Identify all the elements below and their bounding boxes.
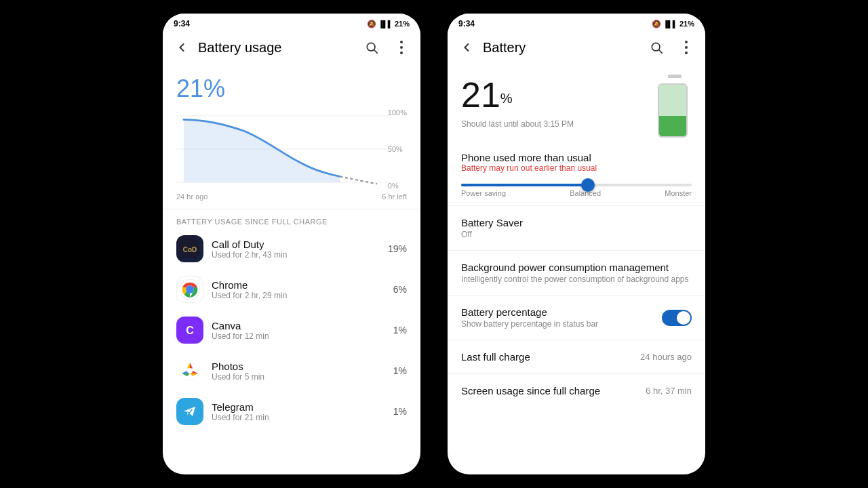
app-item-telegram[interactable]: Telegram Used for 21 min 1% bbox=[163, 391, 420, 432]
time-right: 9:34 bbox=[458, 19, 475, 28]
svg-point-3 bbox=[400, 46, 403, 49]
back-button-right[interactable] bbox=[456, 37, 477, 58]
app-info-telegram: Telegram Used for 21 min bbox=[212, 401, 393, 422]
warning-sub: Battery may run out earlier than usual bbox=[461, 163, 692, 173]
app-info-cod: Call of Duty Used for 2 hr, 43 min bbox=[212, 239, 388, 260]
settings-last-charge-title: Last full charge bbox=[461, 351, 530, 363]
svg-point-20 bbox=[685, 41, 688, 43]
divider-right-4 bbox=[448, 340, 705, 340]
battery-info: 21% Should last until about 3:15 PM bbox=[461, 75, 647, 129]
chart-labels: 100% 50% 0% bbox=[388, 108, 407, 190]
left-phone: 9:34 🔕 ▐▌▌ 21% Battery usage bbox=[163, 14, 420, 474]
svg-point-12 bbox=[187, 287, 193, 293]
battery-big-number: 21% bbox=[461, 75, 647, 115]
settings-battery-percent-info: Battery percentage Show battery percenta… bbox=[461, 306, 598, 329]
settings-battery-saver[interactable]: Battery Saver Off bbox=[448, 209, 705, 247]
app-usage-canva: Used for 12 min bbox=[212, 331, 393, 341]
status-bar-right: 9:34 🔕 ▐▌▌ 21% bbox=[448, 14, 705, 31]
slider-label-left: Power saving bbox=[461, 189, 506, 197]
settings-screen-usage[interactable]: Screen usage since full charge 6 hr, 37 … bbox=[448, 377, 705, 405]
settings-battery-percent-sub: Show battery percentage in status bar bbox=[461, 319, 598, 329]
svg-point-16 bbox=[187, 368, 193, 373]
warning-section: Phone used more than usual Battery may r… bbox=[448, 146, 705, 181]
app-list: CoD Call of Duty Used for 2 hr, 43 min 1… bbox=[163, 228, 420, 474]
app-info-photos: Photos Used for 5 min bbox=[212, 361, 393, 382]
chart-label-50: 50% bbox=[388, 145, 407, 153]
signal-icon-right: ▐▌▌ bbox=[663, 20, 677, 28]
battery-value: 21 bbox=[461, 75, 500, 115]
battery-main-display: 21% Should last until about 3:15 PM bbox=[448, 64, 705, 146]
more-button-left[interactable] bbox=[391, 37, 412, 58]
toggle-thumb bbox=[677, 311, 690, 325]
settings-bg-power[interactable]: Background power consumption management … bbox=[448, 253, 705, 292]
settings-last-charge-row: Last full charge 24 hours ago bbox=[461, 351, 692, 363]
divider-right-3 bbox=[448, 295, 705, 296]
settings-bg-power-title: Background power consumption management bbox=[461, 262, 692, 273]
chart-time-end: 6 hr left bbox=[382, 192, 407, 201]
back-button-left[interactable] bbox=[171, 37, 193, 58]
battery-chart: 100% 50% 0% bbox=[176, 108, 407, 190]
settings-last-charge-value: 24 hours ago bbox=[640, 352, 692, 362]
app-percent-canva: 1% bbox=[393, 325, 407, 336]
time-left: 9:34 bbox=[174, 19, 190, 28]
search-button-left[interactable] bbox=[361, 37, 382, 58]
status-icons-right: 🔕 ▐▌▌ 21% bbox=[652, 20, 694, 28]
power-mode-track bbox=[461, 184, 692, 186]
page-title-right: Battery bbox=[483, 40, 646, 56]
slider-thumb[interactable] bbox=[581, 178, 595, 192]
battery-last-text: Should last until about 3:15 PM bbox=[461, 119, 647, 129]
more-button-right[interactable] bbox=[675, 37, 697, 58]
battery-percent-display: 21% bbox=[176, 75, 407, 103]
slider-labels: Power saving Balanced Monster bbox=[461, 189, 692, 197]
app-info-chrome: Chrome Used for 2 hr, 29 min bbox=[212, 279, 393, 300]
app-percent-chrome: 6% bbox=[393, 284, 407, 295]
top-bar-icons-right bbox=[646, 37, 697, 58]
battery-visual bbox=[658, 75, 692, 136]
battery-filled bbox=[659, 116, 686, 136]
app-item-chrome[interactable]: Chrome Used for 2 hr, 29 min 6% bbox=[163, 269, 420, 310]
settings-screen-usage-row: Screen usage since full charge 6 hr, 37 … bbox=[461, 385, 692, 396]
svg-point-2 bbox=[400, 41, 403, 43]
app-icon-canva: C bbox=[176, 317, 203, 344]
app-icon-chrome bbox=[176, 276, 203, 303]
svg-line-19 bbox=[659, 50, 663, 54]
settings-last-charge[interactable]: Last full charge 24 hours ago bbox=[448, 343, 705, 371]
battery-percent-toggle[interactable] bbox=[662, 310, 692, 326]
battery-icon-right: 21% bbox=[679, 20, 694, 28]
settings-battery-percent[interactable]: Battery percentage Show battery percenta… bbox=[448, 298, 705, 337]
battery-icon-left: 21% bbox=[395, 20, 410, 28]
battery-body bbox=[658, 83, 688, 138]
svg-text:CoD: CoD bbox=[183, 246, 197, 253]
section-label: BATTERY USAGE SINCE FULL CHARGE bbox=[163, 212, 420, 228]
app-icon-telegram bbox=[176, 398, 203, 425]
chart-time-labels: 24 hr ago 6 hr left bbox=[176, 192, 407, 201]
app-name-telegram: Telegram bbox=[212, 401, 393, 413]
top-bar-right: Battery bbox=[448, 31, 705, 64]
app-name-chrome: Chrome bbox=[212, 279, 393, 291]
app-item-cod[interactable]: CoD Call of Duty Used for 2 hr, 43 min 1… bbox=[163, 228, 420, 269]
slider-fill bbox=[461, 184, 588, 186]
settings-battery-percent-title: Battery percentage bbox=[461, 306, 598, 318]
app-item-canva[interactable]: C Canva Used for 12 min 1% bbox=[163, 310, 420, 350]
top-bar-left: Battery usage bbox=[163, 31, 420, 64]
divider-right-2 bbox=[448, 250, 705, 251]
right-content: Phone used more than usual Battery may r… bbox=[448, 146, 705, 474]
page-title-left: Battery usage bbox=[198, 40, 361, 56]
app-percent-telegram: 1% bbox=[393, 406, 407, 417]
signal-icon: ▐▌▌ bbox=[378, 20, 393, 28]
app-usage-telegram: Used for 21 min bbox=[212, 413, 393, 422]
app-item-photos[interactable]: Photos Used for 5 min 1% bbox=[163, 350, 420, 391]
battery-chart-section: 21% 100% 50% 0% bbox=[163, 64, 420, 206]
warning-title: Phone used more than usual bbox=[461, 152, 692, 163]
app-icon-cod: CoD bbox=[176, 235, 203, 262]
app-usage-photos: Used for 5 min bbox=[212, 372, 393, 382]
mute-icon-right: 🔕 bbox=[652, 20, 661, 28]
settings-battery-percent-row: Battery percentage Show battery percenta… bbox=[461, 306, 692, 329]
app-usage-chrome: Used for 2 hr, 29 min bbox=[212, 291, 393, 300]
svg-point-22 bbox=[685, 52, 688, 54]
top-bar-icons-left bbox=[361, 37, 412, 58]
chart-label-100: 100% bbox=[388, 108, 407, 117]
app-name-canva: Canva bbox=[212, 320, 393, 331]
search-button-right[interactable] bbox=[646, 37, 667, 58]
divider-1 bbox=[163, 209, 420, 209]
